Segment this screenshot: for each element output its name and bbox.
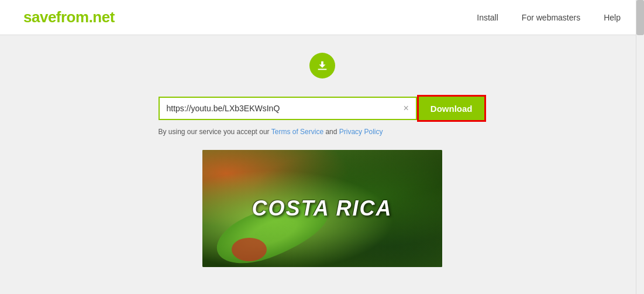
thumbnail-red-element — [232, 238, 267, 261]
main-nav: Install For webmasters Help — [477, 13, 621, 22]
nav-install[interactable]: Install — [477, 13, 498, 22]
logo-text-plain: save — [23, 8, 56, 26]
logo-text-accent: from — [56, 8, 89, 26]
search-area: × Download — [159, 95, 486, 122]
terms-and: and — [323, 128, 339, 136]
terms-prefix: By using our service you accept our — [159, 128, 271, 136]
download-button[interactable]: Download — [417, 95, 486, 122]
scrollbar[interactable] — [636, 0, 644, 294]
site-logo: savefrom.net — [23, 8, 115, 26]
download-circle-icon — [309, 53, 335, 78]
thumbnail-title: COSTA RICA — [252, 196, 392, 221]
video-thumbnail: COSTA RICA — [202, 150, 442, 267]
scrollbar-thumb[interactable] — [636, 0, 644, 35]
privacy-policy-link[interactable]: Privacy Policy — [339, 128, 383, 136]
url-input[interactable] — [160, 98, 416, 119]
main-content: × Download By using our service you acce… — [0, 35, 644, 285]
logo-text-end: .net — [89, 8, 115, 26]
svg-rect-0 — [318, 69, 326, 70]
download-arrow-icon — [316, 59, 329, 72]
url-input-wrapper: × — [159, 97, 417, 120]
nav-webmasters[interactable]: For webmasters — [522, 13, 580, 22]
site-header: savefrom.net Install For webmasters Help — [0, 0, 644, 35]
clear-button[interactable]: × — [401, 102, 411, 114]
terms-of-service-link[interactable]: Terms of Service — [271, 128, 323, 136]
terms-text: By using our service you accept our Term… — [159, 128, 486, 136]
nav-help[interactable]: Help — [604, 13, 621, 22]
